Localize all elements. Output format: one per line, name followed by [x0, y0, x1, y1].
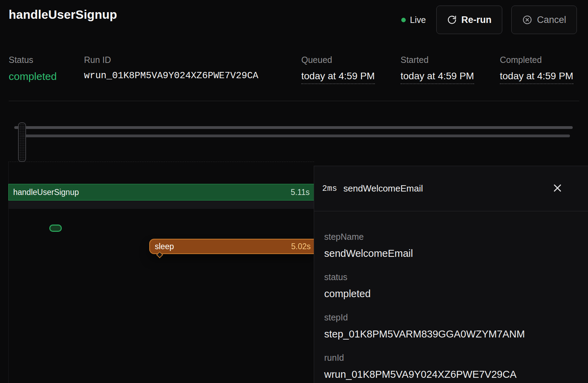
step-detail-body: stepName sendWelcomeEmail status complet…: [314, 211, 588, 381]
minimap-track-child: [21, 135, 570, 137]
field-run-id-label: runId: [324, 352, 578, 363]
trace-span-send-welcome-email[interactable]: [49, 225, 62, 232]
field-step-id-label: stepId: [324, 312, 578, 323]
header-divider: [9, 101, 579, 101]
meta-run-id-label: Run ID: [84, 55, 258, 65]
live-label: Live: [410, 15, 426, 25]
trace-span-root-label: handleUserSignup: [13, 188, 79, 197]
meta-status-label: Status: [9, 55, 57, 65]
cancel-button-label: Cancel: [537, 15, 566, 25]
field-step-name-label: stepName: [324, 231, 578, 242]
minimap-track-root: [14, 126, 573, 129]
step-detail-header: 2ms sendWelcomeEmail: [314, 166, 588, 211]
meta-run-id: Run ID wrun_01K8PM5VA9Y024XZ6PWE7V29CA: [84, 55, 258, 81]
field-status: status completed: [324, 272, 578, 300]
step-detail-panel: 2ms sendWelcomeEmail stepName sendWelcom…: [314, 166, 588, 383]
trace-span-sleep-duration: 5.02s: [291, 242, 311, 251]
field-status-label: status: [324, 272, 578, 282]
refresh-icon: [447, 15, 457, 25]
field-run-id: runId wrun_01K8PM5VA9Y024XZ6PWE7V29CA: [324, 352, 578, 381]
close-icon: [552, 183, 563, 194]
field-step-name-value: sendWelcomeEmail: [324, 247, 578, 260]
step-duration-badge: 2ms: [322, 184, 337, 193]
panel-close-button[interactable]: [550, 181, 565, 196]
meta-started-label: Started: [401, 55, 474, 65]
trace-span-root-duration: 5.11s: [291, 188, 310, 197]
step-detail-title: sendWelcomeEmail: [343, 183, 423, 194]
trace-span-sleep[interactable]: sleep 5.02s: [149, 239, 314, 254]
trace-span-sleep-label: sleep: [155, 242, 174, 251]
field-step-name: stepName sendWelcomeEmail: [324, 231, 578, 260]
rerun-button[interactable]: Re-run: [436, 6, 502, 34]
live-indicator: Live: [401, 15, 426, 25]
field-step-id-value: step_01K8PM5VARM839GGA0WZYM7ANM: [324, 327, 578, 341]
started-time[interactable]: today at 4:59 PM: [401, 71, 474, 84]
meta-completed: Completed today at 4:59 PM: [500, 55, 573, 84]
meta-started: Started today at 4:59 PM: [401, 55, 474, 84]
meta-queued: Queued today at 4:59 PM: [301, 55, 375, 84]
circle-x-icon: [522, 15, 532, 25]
meta-completed-label: Completed: [500, 55, 573, 65]
queued-time[interactable]: today at 4:59 PM: [301, 71, 375, 84]
field-status-value: completed: [324, 287, 578, 300]
field-step-id: stepId step_01K8PM5VARM839GGA0WZYM7ANM: [324, 312, 578, 341]
cancel-button[interactable]: Cancel: [511, 6, 577, 34]
live-dot: [401, 18, 406, 22]
minimap-brush-handle[interactable]: [18, 122, 26, 162]
selected-row-highlight: [9, 201, 314, 209]
status-badge: completed: [9, 71, 57, 82]
completed-time[interactable]: today at 4:59 PM: [500, 71, 573, 84]
run-id-value: wrun_01K8PM5VA9Y024XZ6PWE7V29CA: [84, 71, 258, 81]
meta-queued-label: Queued: [301, 55, 375, 65]
waterfall-top-border: [8, 162, 314, 162]
header-actions: Live Re-run Cancel: [401, 6, 577, 34]
field-run-id-value: wrun_01K8PM5VA9Y024XZ6PWE7V29CA: [324, 368, 578, 381]
meta-status: Status completed: [9, 55, 57, 82]
run-details-page: handleUserSignup Live Re-run Cancel: [0, 0, 588, 383]
trace-span-root[interactable]: handleUserSignup 5.11s: [8, 184, 314, 201]
rerun-button-label: Re-run: [461, 15, 492, 25]
page-title: handleUserSignup: [9, 8, 117, 22]
